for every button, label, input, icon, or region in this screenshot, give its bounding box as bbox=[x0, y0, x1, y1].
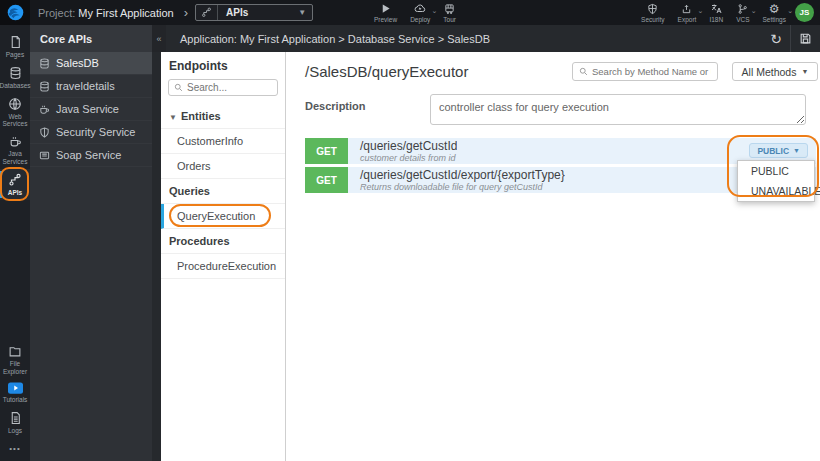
sidebar-item-databases[interactable]: Databases bbox=[0, 62, 30, 93]
left-navigation-rail: Pages Databases Web Services bbox=[0, 25, 30, 461]
endpoint-summary: customer details from id bbox=[360, 153, 457, 164]
database-icon bbox=[39, 81, 50, 92]
tree-item-customerinfo[interactable]: CustomerInfo bbox=[161, 129, 285, 154]
rail-overflow-button[interactable]: ••• bbox=[9, 438, 20, 461]
sidebar-item-logs[interactable]: Logs bbox=[0, 407, 30, 438]
chevron-down-icon: ⌄ bbox=[698, 7, 704, 15]
endpoints-panel: Endpoints ▼Entities CustomerInfo Orders … bbox=[161, 52, 286, 461]
endpoint-path: /queries/getCustId/export/{exportType} bbox=[360, 169, 565, 182]
export-icon bbox=[681, 3, 692, 15]
cloud-upload-icon bbox=[413, 3, 427, 15]
folder-icon bbox=[8, 345, 22, 358]
tree-section-procedures[interactable]: Procedures bbox=[161, 229, 285, 254]
shield-icon bbox=[647, 3, 658, 15]
sidebar-item-apis[interactable]: APIs bbox=[0, 169, 30, 200]
core-api-item-salesdb[interactable]: SalesDB bbox=[30, 52, 152, 75]
triangle-down-icon: ▼ bbox=[801, 68, 808, 75]
secondary-bar: Core APIs « Application: My First Applic… bbox=[30, 25, 820, 52]
tutorials-play-icon bbox=[8, 382, 23, 394]
core-apis-panel-title: Core APIs bbox=[30, 25, 152, 52]
description-row: Description controller class for query e… bbox=[305, 94, 818, 125]
description-label: Description bbox=[305, 94, 430, 125]
top-bar: Project: My First Application › APIs ▼ P… bbox=[0, 0, 820, 25]
i18n-button[interactable]: I18N bbox=[709, 3, 723, 23]
tour-button[interactable]: Tour bbox=[443, 3, 456, 23]
tree-item-procedureexecution[interactable]: ProcedureExecution bbox=[161, 254, 285, 279]
chevron-down-icon: ⌄ bbox=[787, 7, 793, 15]
gear-icon: ⚙ bbox=[769, 3, 780, 15]
all-methods-dropdown[interactable]: All Methods ▼ bbox=[732, 62, 818, 81]
sidebar-item-tutorials[interactable]: Tutorials bbox=[0, 378, 30, 407]
translate-icon bbox=[710, 3, 723, 15]
run-actions: Preview Deploy ⌄ bbox=[374, 0, 456, 25]
chevron-down-icon: ⌄ bbox=[751, 7, 757, 15]
access-dropdown-button[interactable]: PUBLIC ▼ bbox=[749, 143, 808, 158]
export-button[interactable]: Export ⌄ bbox=[678, 3, 697, 23]
tree-item-orders[interactable]: Orders bbox=[161, 154, 285, 179]
endpoint-rows: GET /queries/getCustId customer details … bbox=[305, 138, 816, 193]
soap-icon bbox=[39, 150, 50, 161]
endpoints-search-input[interactable] bbox=[187, 82, 272, 93]
shield-icon bbox=[39, 127, 50, 138]
breadcrumb-bar: Application: My First Application > Data… bbox=[166, 25, 820, 52]
page-title: /SalesDB/queryExecutor bbox=[305, 63, 572, 80]
description-input[interactable]: controller class for query execution bbox=[430, 94, 806, 125]
core-api-item-java-service[interactable]: Java Service bbox=[30, 98, 152, 121]
panel-resizer[interactable] bbox=[152, 52, 161, 461]
wavemaker-studio-window: Project: My First Application › APIs ▼ P… bbox=[0, 0, 820, 461]
globe-icon bbox=[8, 97, 22, 111]
main-header: /SalesDB/queryExecutor All Methods ▼ bbox=[305, 62, 818, 81]
chevron-down-icon: ⌄ bbox=[431, 7, 437, 15]
core-api-item-security-service[interactable]: Security Service bbox=[30, 121, 152, 144]
tree-item-queryexecution[interactable]: QueryExecution bbox=[161, 204, 285, 229]
tree-section-entities[interactable]: ▼Entities bbox=[161, 104, 285, 129]
main-content: /SalesDB/queryExecutor All Methods ▼ Des… bbox=[287, 52, 820, 461]
project-name: Project: My First Application bbox=[38, 7, 174, 19]
security-button[interactable]: Security bbox=[641, 3, 664, 23]
coffee-icon bbox=[9, 135, 22, 148]
sidebar-item-web-services[interactable]: Web Services bbox=[0, 93, 30, 132]
toolbar-actions: Security Export ⌄ I18N bbox=[641, 0, 786, 25]
sidebar-item-file-explorer[interactable]: File Explorer bbox=[0, 341, 30, 379]
tree-section-queries[interactable]: Queries bbox=[161, 179, 285, 204]
api-icon bbox=[8, 173, 22, 187]
get-method-badge[interactable]: GET bbox=[305, 138, 348, 164]
logs-icon bbox=[9, 411, 22, 425]
triangle-down-icon: ▼ bbox=[793, 147, 800, 154]
core-api-item-traveldetails[interactable]: traveldetails bbox=[30, 75, 152, 98]
play-icon bbox=[380, 3, 391, 15]
collapse-panel-button[interactable]: « bbox=[152, 25, 166, 52]
api-icon bbox=[196, 5, 218, 20]
triangle-down-icon: ▼ bbox=[169, 113, 177, 122]
deploy-button[interactable]: Deploy ⌄ bbox=[410, 3, 430, 23]
breadcrumb-actions: ↻ bbox=[762, 25, 820, 52]
refresh-button[interactable]: ↻ bbox=[762, 25, 790, 52]
wavemaker-logo[interactable] bbox=[0, 0, 30, 25]
database-icon bbox=[9, 66, 22, 80]
branch-icon bbox=[737, 3, 748, 15]
sidebar-item-pages[interactable]: Pages bbox=[0, 31, 30, 62]
user-avatar[interactable]: JS bbox=[795, 3, 814, 22]
settings-button[interactable]: ⚙ Settings ⌄ bbox=[763, 3, 787, 23]
get-method-badge[interactable]: GET bbox=[305, 167, 348, 193]
vcs-button[interactable]: VCS ⌄ bbox=[736, 3, 749, 23]
sidebar-item-java-services[interactable]: Java Services bbox=[0, 131, 30, 169]
chevron-right-icon: › bbox=[184, 5, 188, 20]
endpoint-info: /queries/getCustId customer details from… bbox=[348, 138, 457, 164]
endpoints-search[interactable] bbox=[168, 79, 278, 96]
wave-logo-icon bbox=[7, 4, 24, 21]
method-search-input[interactable] bbox=[592, 66, 711, 77]
floppy-disk-icon bbox=[799, 32, 812, 45]
bus-icon bbox=[444, 3, 455, 15]
method-search[interactable] bbox=[572, 62, 718, 81]
search-icon bbox=[579, 67, 588, 76]
save-button[interactable] bbox=[790, 25, 820, 52]
access-option-public[interactable]: PUBLIC bbox=[738, 161, 814, 181]
workspace-apis-dropdown[interactable]: APIs ▼ bbox=[195, 4, 313, 21]
endpoint-info: /queries/getCustId/export/{exportType} R… bbox=[348, 167, 565, 193]
preview-button[interactable]: Preview bbox=[374, 3, 397, 23]
access-option-unavailable[interactable]: UNAVAILABLE bbox=[738, 181, 814, 201]
breadcrumb: Application: My First Application > Data… bbox=[180, 33, 490, 45]
core-api-item-soap-service[interactable]: Soap Service bbox=[30, 144, 152, 167]
endpoint-summary: Returns downloadable file for query getC… bbox=[360, 182, 565, 193]
